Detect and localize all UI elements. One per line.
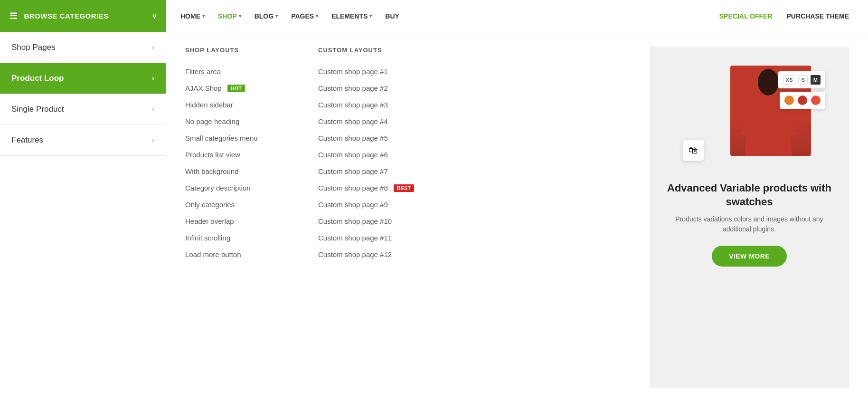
menu-item-label: With background (185, 167, 239, 175)
size-selector: XS S M (778, 71, 825, 88)
shop-layout-item[interactable]: Header overlap (185, 213, 290, 230)
size-m[interactable]: M (811, 75, 821, 85)
nav-link-shop[interactable]: SHOP▾ (218, 12, 241, 20)
menu-item-label: Hidden sidebar (185, 101, 233, 109)
custom-layout-item[interactable]: Custom shop page #3 (318, 96, 423, 113)
chevron-down-icon: ▾ (369, 13, 372, 19)
custom-layout-item[interactable]: Custom shop page #1 (318, 63, 423, 80)
nav-right: SPECIAL OFFER PURCHASE THEME (719, 12, 868, 20)
size-xs[interactable]: XS (783, 75, 796, 85)
nav-link-home[interactable]: HOME▾ (180, 12, 205, 20)
sidebar-item-shop-pages[interactable]: Shop Pages› (0, 32, 166, 63)
sidebar: Shop Pages›Product Loop›Single Product›F… (0, 32, 166, 402)
shop-layout-item[interactable]: Small categories menu (185, 130, 290, 146)
menu-item-label: Filters area (185, 67, 221, 76)
menu-item-label: Custom shop page #10 (318, 217, 392, 225)
shop-layout-item[interactable]: Filters area (185, 63, 290, 80)
browse-categories-label: BROWSE CATEGORIES (24, 12, 109, 20)
menu-item-label: Custom shop page #4 (318, 117, 388, 125)
nav-link-blog[interactable]: BLOG▾ (255, 12, 278, 20)
shop-layouts-title: SHOP LAYOUTS (185, 47, 290, 54)
chevron-down-icon: ▾ (239, 13, 241, 19)
size-s[interactable]: S (798, 75, 807, 85)
nav-link-buy[interactable]: BUY (385, 12, 399, 20)
badge-best: BEST (394, 184, 414, 192)
shop-layouts-column: SHOP LAYOUTS Filters areaAJAX ShopHOTHid… (185, 47, 290, 388)
menu-item-label: No page heading (185, 117, 239, 125)
shop-layout-item[interactable]: Infinit scrolling (185, 230, 290, 246)
menu-item-label: Load more button (185, 250, 241, 258)
top-navigation: ☰ BROWSE CATEGORIES ∨ HOME▾SHOP▾BLOG▾PAG… (0, 0, 868, 32)
chevron-down-icon: ▾ (202, 13, 205, 19)
shop-layout-item[interactable]: Load more button (185, 246, 290, 263)
view-more-button[interactable]: VIEW MORE (712, 246, 787, 267)
shop-layout-item[interactable]: Hidden sidebar (185, 96, 290, 113)
menu-item-label: Custom shop page #7 (318, 167, 388, 175)
nav-links: HOME▾SHOP▾BLOG▾PAGES▾ELEMENTS▾BUY (166, 0, 719, 32)
promo-panel: XS S M 🛍 Advanced Variable products with… (650, 47, 849, 388)
chevron-down-icon: ∨ (152, 12, 157, 20)
menu-columns: SHOP LAYOUTS Filters areaAJAX ShopHOTHid… (185, 47, 621, 388)
special-offer-link[interactable]: SPECIAL OFFER (719, 12, 773, 20)
custom-layout-item[interactable]: Custom shop page #11 (318, 230, 423, 246)
sidebar-item-label: Product Loop (11, 74, 64, 83)
custom-layout-item[interactable]: Custom shop page #2 (318, 80, 423, 96)
menu-item-label: Header overlap (185, 217, 234, 225)
sidebar-item-product-loop[interactable]: Product Loop› (0, 63, 166, 94)
browse-categories-button[interactable]: ☰ BROWSE CATEGORIES ∨ (0, 0, 166, 32)
shop-layout-item[interactable]: With background (185, 163, 290, 180)
custom-layouts-column: CUSTOM LAYOUTS Custom shop page #1Custom… (318, 47, 423, 388)
dropdown-panel: Shop Pages›Product Loop›Single Product›F… (0, 32, 868, 402)
sidebar-item-label: Single Product (11, 105, 64, 114)
chevron-right-icon: › (152, 43, 154, 52)
menu-item-label: Custom shop page #6 (318, 151, 388, 159)
sidebar-item-features[interactable]: Features› (0, 125, 166, 156)
menu-item-label: Custom shop page #11 (318, 234, 392, 242)
chevron-down-icon: ▾ (275, 13, 278, 19)
shop-layout-item[interactable]: Only categories (185, 196, 290, 213)
menu-item-label: Category description (185, 184, 251, 192)
shop-layout-item[interactable]: No page heading (185, 113, 290, 130)
custom-layout-item[interactable]: Custom shop page #9 (318, 196, 423, 213)
menu-item-label: Custom shop page #8 (318, 184, 388, 192)
shop-layout-item[interactable]: Category description (185, 180, 290, 196)
menu-item-label: Custom shop page #12 (318, 250, 392, 258)
shop-layout-item[interactable]: Products list view (185, 146, 290, 163)
menu-item-label: Custom shop page #3 (318, 101, 388, 109)
color-orange[interactable] (784, 96, 794, 105)
sidebar-item-single-product[interactable]: Single Product› (0, 94, 166, 125)
custom-layout-item[interactable]: Custom shop page #4 (318, 113, 423, 130)
menu-item-label: Custom shop page #1 (318, 67, 388, 76)
menu-item-label: Custom shop page #5 (318, 134, 388, 142)
custom-layout-item[interactable]: Custom shop page #6 (318, 146, 423, 163)
custom-layout-item[interactable]: Custom shop page #10 (318, 213, 423, 230)
color-red[interactable] (811, 96, 821, 105)
promo-description: Products variations colors and images wi… (664, 214, 835, 234)
chevron-right-icon: › (152, 74, 154, 83)
menu-item-label: Products list view (185, 151, 240, 159)
shop-layout-item[interactable]: AJAX ShopHOT (185, 80, 290, 96)
custom-layout-item[interactable]: Custom shop page #7 (318, 163, 423, 180)
custom-layout-item[interactable]: Custom shop page #8BEST (318, 180, 423, 196)
menu-item-label: Infinit scrolling (185, 234, 230, 242)
purchase-theme-link[interactable]: PURCHASE THEME (787, 12, 849, 20)
color-red-dark[interactable] (798, 96, 807, 105)
chevron-right-icon: › (152, 136, 154, 144)
menu-item-label: Small categories menu (185, 134, 258, 142)
custom-layouts-title: CUSTOM LAYOUTS (318, 47, 423, 54)
custom-layout-item[interactable]: Custom shop page #12 (318, 246, 423, 263)
svg-point-0 (758, 69, 779, 96)
nav-link-elements[interactable]: ELEMENTS▾ (331, 12, 372, 20)
menu-item-label: Custom shop page #2 (318, 84, 388, 92)
badge-hot: HOT (227, 85, 245, 92)
sidebar-item-label: Features (11, 135, 43, 145)
custom-layout-item[interactable]: Custom shop page #5 (318, 130, 423, 146)
color-selector (780, 92, 825, 109)
sidebar-item-label: Shop Pages (11, 43, 56, 52)
main-content: SHOP LAYOUTS Filters areaAJAX ShopHOTHid… (166, 32, 868, 402)
chevron-down-icon: ▾ (316, 13, 318, 19)
nav-link-pages[interactable]: PAGES▾ (291, 12, 318, 20)
promo-image-container: XS S M 🛍 (683, 66, 816, 170)
cart-icon[interactable]: 🛍 (683, 140, 704, 161)
menu-item-label: AJAX Shop (185, 84, 222, 92)
